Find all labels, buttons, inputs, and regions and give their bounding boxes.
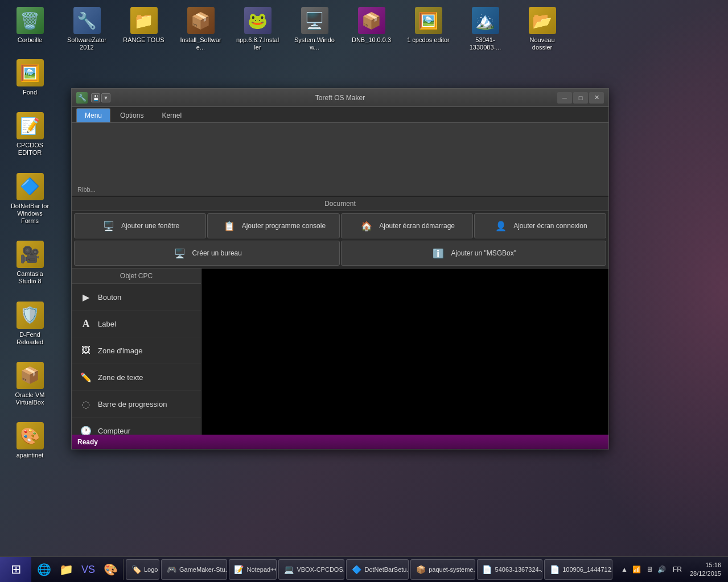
- start-button[interactable]: ⊞: [0, 557, 31, 583]
- dotnetbar-label: DotNetBar for Windows Forms: [8, 203, 52, 225]
- desktop-icon-camtasia[interactable]: 🎥Camtasia Studio 8: [6, 238, 54, 287]
- minimize-button[interactable]: ─: [557, 92, 572, 104]
- connexion-icon: 👤: [493, 220, 509, 232]
- desktop-icon-nouveau-dossier[interactable]: 📂Nouveau dossier: [518, 5, 566, 53]
- clock-date: 28/12/2015: [690, 569, 721, 578]
- desktop-icon-dnb[interactable]: 📦DNB_10.0.0.3: [347, 5, 396, 46]
- 53041-icon: 🏔️: [472, 7, 499, 34]
- tab-options[interactable]: Options: [112, 108, 152, 122]
- nouveau-dossier-icon: 📂: [529, 7, 556, 34]
- tab-menu[interactable]: Menu: [76, 108, 110, 122]
- taskbar-item-vbox-cpcdos[interactable]: 💻VBOX-CPCDOS...: [278, 559, 344, 580]
- ajouter-fenetre-button[interactable]: 🖥️ Ajouter une fenêtre: [74, 213, 206, 238]
- programme-icon: 📋: [221, 220, 237, 232]
- quick-ie[interactable]: 🌐: [34, 559, 54, 580]
- cpc-panel-header: Objet CPC: [72, 269, 201, 284]
- taskbar-item-gamemaker[interactable]: 🎮GameMaker-Stu...: [161, 559, 227, 580]
- ribbon-content: Ribb...: [72, 123, 608, 197]
- desktop-icon-virtualbox[interactable]: 📦Oracle VM VirtualBox: [6, 360, 54, 408]
- system-tray: ▲ 📶 🖥 🔊 FR 15:16 28/12/2015: [615, 561, 728, 579]
- dnb-icon: 📦: [358, 7, 385, 34]
- tray-icons: ▲ 📶 🖥 🔊: [619, 564, 667, 575]
- demarrage-icon: 🏠: [359, 220, 375, 232]
- maximize-button[interactable]: □: [573, 92, 588, 104]
- softwarezator-label: SoftwareZator 2012: [65, 36, 109, 51]
- taskbar-item-notepadpp[interactable]: 📝Notepad++: [229, 559, 277, 580]
- clock-time: 15:16: [690, 561, 721, 569]
- cpc-zone-texte[interactable]: ✏️ Zone de texte: [72, 364, 201, 391]
- document-buttons-row1: 🖥️ Ajouter une fenêtre 📋 Ajouter program…: [72, 211, 608, 241]
- cpc-zone-image[interactable]: 🖼 Zone d'image: [72, 337, 201, 364]
- bureau-icon: 🖥️: [172, 247, 188, 259]
- desktop-icon-range-tous[interactable]: 📁RANGE TOUS: [120, 5, 168, 46]
- close-button[interactable]: ✕: [589, 92, 604, 104]
- dfend-icon: 🛡️: [17, 302, 44, 329]
- system-windows-icon: 🖥️: [301, 7, 328, 34]
- desktop-icon-system-windows[interactable]: 🖥️System.Window...: [290, 5, 339, 53]
- document-section: Document 🖥️ Ajouter une fenêtre 📋 Ajoute…: [72, 197, 608, 269]
- 53041-label: 53041-1330083-...: [463, 36, 507, 51]
- desktop-icon-dotnetbar[interactable]: 🔷DotNetBar for Windows Forms: [6, 171, 54, 228]
- range-tous-icon: 📁: [130, 7, 158, 34]
- qa-down[interactable]: ▼: [101, 93, 110, 102]
- desktop-icon-softwarezator[interactable]: 🔧SoftwareZator 2012: [63, 5, 111, 53]
- nouveau-dossier-label: Nouveau dossier: [520, 36, 564, 51]
- app-window: 🔧 💾 ▼ Toreft OS Maker ─ □ ✕ Menu Options…: [71, 88, 609, 449]
- ajouter-ecran-demarrage-button[interactable]: 🏠 Ajouter écran démarrage: [341, 213, 473, 238]
- dnb-label: DNB_10.0.0.3: [352, 36, 391, 44]
- ribbon-label-text: Ribb...: [77, 186, 96, 193]
- taskbar-item-dotnetbar-setup[interactable]: 🔷DotNetBarSetu...: [346, 559, 409, 580]
- quick-vs[interactable]: VS: [78, 559, 98, 580]
- taskbar-item-dotnetbar-setup-icon: 🔷: [351, 564, 361, 575]
- desktop-icon-cpcdos-editor[interactable]: 🖼️1 cpcdos editor: [404, 5, 453, 46]
- taskbar-items: 🏷️Logo🎮GameMaker-Stu...📝Notepad++💻VBOX-C…: [124, 559, 615, 580]
- tray-arrow[interactable]: ▲: [619, 564, 630, 575]
- main-content: Objet CPC ▶ Bouton A Label 🖼 Zone d'imag…: [72, 269, 608, 435]
- cpc-compteur[interactable]: 🕐 Compteur: [72, 418, 201, 435]
- ajouter-msgbox-button[interactable]: ℹ️ Ajouter un "MSGBox": [341, 241, 607, 266]
- tab-kernel[interactable]: Kernel: [153, 108, 190, 122]
- bouton-icon: ▶: [79, 290, 93, 304]
- taskbar-item-paquet-systeme[interactable]: 📦paquet-systeme...: [410, 559, 475, 580]
- desktop-icon-53041[interactable]: 🏔️53041-1330083-...: [461, 5, 509, 53]
- desktop-icon-corbeille[interactable]: 🗑️Corbeille: [6, 5, 54, 46]
- taskbar-item-logo-icon: 🏷️: [131, 564, 141, 575]
- taskbar: ⊞ 🌐 📁 VS 🎨 🏷️Logo🎮GameMaker-Stu...📝Notep…: [0, 556, 728, 582]
- desktop-icon-npp[interactable]: 🐸npp.6.8.7.Installer: [233, 5, 282, 53]
- fond-label: Fond: [23, 89, 37, 96]
- cpc-barre-progression[interactable]: ◌ Barre de progression: [72, 391, 201, 418]
- taskbar-quick-launch: 🌐 📁 VS 🎨: [31, 559, 124, 580]
- tray-display[interactable]: 🖥: [644, 564, 655, 575]
- cpc-panel: Objet CPC ▶ Bouton A Label 🖼 Zone d'imag…: [72, 269, 201, 435]
- desktop-icon-dfend[interactable]: 🛡️D-Fend Reloaded: [6, 299, 54, 348]
- ajouter-programme-button[interactable]: 📋 Ajouter programme console: [207, 213, 339, 238]
- fenetre-icon: 🖥️: [101, 220, 117, 232]
- clock[interactable]: 15:16 28/12/2015: [688, 561, 723, 579]
- quick-explorer[interactable]: 📁: [56, 559, 76, 580]
- desktop-icon-apaintinet[interactable]: 🎨apaintinet: [6, 420, 54, 461]
- taskbar-item-notepadpp-icon: 📝: [234, 564, 244, 575]
- desktop-icon-install-software[interactable]: 📦Install_Software...: [176, 5, 225, 53]
- qa-save[interactable]: 💾: [91, 93, 100, 102]
- ajouter-ecran-connexion-button[interactable]: 👤 Ajouter écran connexion: [474, 213, 606, 238]
- quick-color[interactable]: 🎨: [100, 559, 121, 580]
- tray-network[interactable]: 📶: [632, 564, 642, 575]
- taskbar-item-100906-icon: 📄: [549, 564, 560, 575]
- compteur-icon: 🕐: [79, 423, 93, 435]
- desktop-top-icons: 🗑️Corbeille🔧SoftwareZator 2012📁RANGE TOU…: [0, 0, 728, 58]
- ribbon-tabs: Menu Options Kernel: [72, 107, 608, 123]
- canvas-area[interactable]: [201, 269, 608, 435]
- cpcdos-editor-left-label: CPCDOS EDITOR: [8, 142, 52, 156]
- cpcdos-editor-left-icon: 📝: [17, 112, 44, 139]
- creer-bureau-button[interactable]: 🖥️ Créer un bureau: [74, 241, 340, 266]
- corbeille-label: Corbeille: [18, 36, 42, 44]
- desktop-icon-cpcdos-editor-left[interactable]: 📝CPCDOS EDITOR: [6, 110, 54, 159]
- desktop-icon-fond[interactable]: 🖼️Fond: [6, 57, 54, 98]
- taskbar-item-logo[interactable]: 🏷️Logo: [126, 559, 159, 580]
- tray-volume[interactable]: 🔊: [657, 564, 667, 575]
- npp-label: npp.6.8.7.Installer: [236, 36, 279, 51]
- cpc-label[interactable]: A Label: [72, 311, 201, 337]
- cpc-bouton[interactable]: ▶ Bouton: [72, 284, 201, 311]
- taskbar-item-54063[interactable]: 📄54063-1367324-...: [477, 559, 543, 580]
- taskbar-item-100906[interactable]: 📄100906_1444712...: [544, 559, 612, 580]
